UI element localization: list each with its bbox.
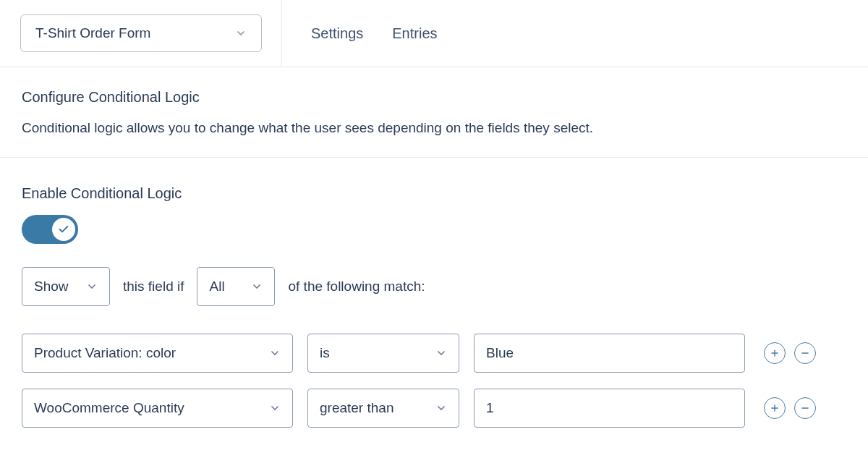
condition-field-select[interactable]: WooCommerce Quantity (22, 389, 293, 428)
remove-condition-button[interactable] (794, 342, 816, 364)
condition-row: Product Variation: color is (22, 334, 846, 373)
intro-section: Configure Conditional Logic Conditional … (0, 67, 868, 158)
chevron-down-icon (251, 281, 263, 292)
section-description: Conditional logic allows you to change w… (22, 119, 846, 138)
condition-value-input[interactable] (474, 389, 745, 428)
condition-field-label: Product Variation: color (34, 345, 176, 361)
minus-icon (800, 348, 810, 358)
form-selector-dropdown[interactable]: T-Shirt Order Form (20, 14, 262, 52)
condition-operator-label: is (320, 345, 330, 361)
nav-tabs: Settings Entries (282, 25, 438, 42)
sentence-mid-text: this field if (123, 279, 184, 295)
tab-entries[interactable]: Entries (392, 25, 437, 42)
chevron-down-icon (435, 347, 447, 359)
conditions-container: Product Variation: color is WooCommerce … (0, 306, 868, 428)
section-title: Configure Conditional Logic (22, 89, 846, 106)
show-hide-select[interactable]: Show (22, 267, 110, 306)
condition-row-actions (764, 397, 816, 419)
condition-field-label: WooCommerce Quantity (34, 400, 184, 416)
condition-row-actions (764, 342, 816, 364)
condition-operator-select[interactable]: is (307, 334, 459, 373)
enable-section: Enable Conditional Logic (0, 158, 868, 244)
chevron-down-icon (235, 27, 247, 39)
plus-icon (770, 403, 780, 413)
chevron-down-icon (269, 402, 281, 414)
form-selector-label: T-Shirt Order Form (35, 25, 150, 41)
remove-condition-button[interactable] (794, 397, 816, 419)
show-hide-label: Show (34, 279, 69, 295)
condition-value-input[interactable] (474, 334, 745, 373)
chevron-down-icon (269, 347, 281, 359)
enable-label: Enable Conditional Logic (22, 185, 846, 202)
toggle-knob (52, 218, 75, 241)
add-condition-button[interactable] (764, 397, 786, 419)
sentence-tail-text: of the following match: (288, 279, 425, 295)
condition-row: WooCommerce Quantity greater than (22, 389, 846, 428)
all-any-label: All (209, 279, 224, 295)
minus-icon (800, 403, 810, 413)
logic-sentence-row: Show this field if All of the following … (0, 244, 868, 306)
top-bar: T-Shirt Order Form Settings Entries (0, 0, 868, 67)
form-selector-container: T-Shirt Order Form (0, 0, 282, 67)
plus-icon (770, 348, 780, 358)
chevron-down-icon (86, 281, 98, 292)
add-condition-button[interactable] (764, 342, 786, 364)
tab-settings[interactable]: Settings (311, 25, 363, 42)
all-any-select[interactable]: All (197, 267, 275, 306)
chevron-down-icon (435, 402, 447, 414)
check-icon (58, 224, 69, 235)
enable-toggle[interactable] (22, 215, 78, 244)
condition-operator-select[interactable]: greater than (307, 389, 459, 428)
condition-field-select[interactable]: Product Variation: color (22, 334, 293, 373)
condition-operator-label: greater than (320, 400, 393, 416)
